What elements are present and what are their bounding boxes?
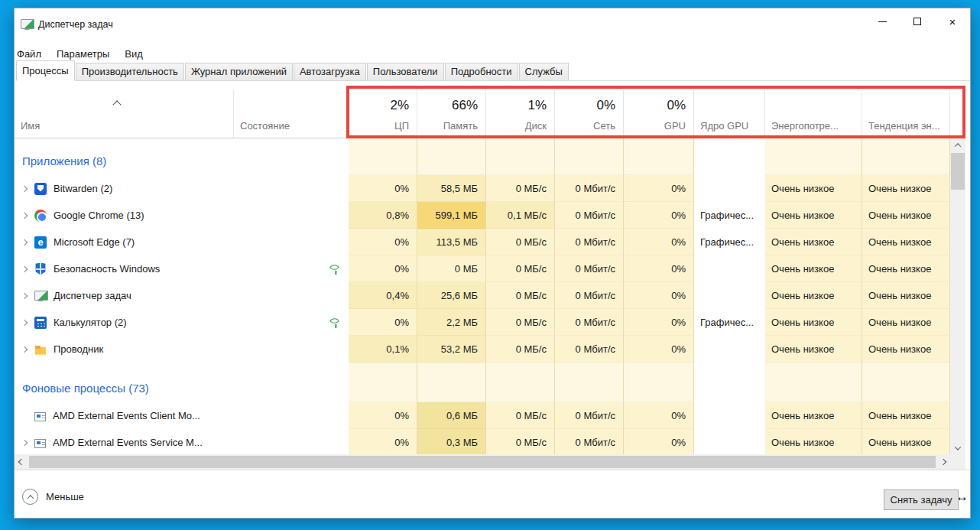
- column-header-cpu[interactable]: 2% ЦП: [349, 90, 417, 138]
- scroll-right-button[interactable]: [936, 454, 950, 470]
- memory-cell: 599,1 МБ: [417, 202, 486, 229]
- gpu-engine-cell: [694, 336, 765, 363]
- process-row[interactable]: eMicrosoft Edge (7)0%113,5 МБ0 МБ/с0 Мби…: [15, 229, 950, 255]
- name-cell: Диспетчер задач: [15, 282, 234, 309]
- power-usage-cell: Очень низкое: [765, 336, 862, 363]
- cpu-cell: 0%: [349, 175, 417, 202]
- process-name: Microsoft Edge (7): [54, 236, 135, 248]
- close-button[interactable]: ×: [935, 8, 970, 34]
- cpu-cell: 0%: [349, 309, 417, 336]
- minimize-button[interactable]: [865, 8, 900, 34]
- gpu-engine-cell: [694, 402, 765, 429]
- tab-item[interactable]: Службы: [519, 63, 569, 80]
- memory-cell: 58,5 МБ: [417, 175, 486, 202]
- power-usage-cell: Очень низкое: [765, 255, 862, 282]
- cpu-cell: 0%: [349, 402, 417, 429]
- rows-container: Приложения (8)Bitwarden (2)0%58,5 МБ0 МБ…: [15, 138, 950, 454]
- maximize-button[interactable]: [900, 8, 935, 34]
- chevron-right-icon: [940, 459, 946, 465]
- scroll-left-button[interactable]: [15, 454, 28, 470]
- network-cell: 0 Мбит/с: [555, 255, 624, 282]
- expander-chevron-icon[interactable]: [15, 267, 34, 272]
- column-label: Имя: [21, 120, 40, 132]
- gpu-cell: 0%: [624, 229, 694, 255]
- gpu-cell: 0%: [624, 336, 694, 363]
- status-cell: [234, 202, 349, 229]
- column-header-network[interactable]: 0% Сеть: [555, 90, 624, 138]
- power-trend-cell: Очень низкое: [862, 229, 950, 255]
- tab-item[interactable]: Журнал приложений: [185, 63, 293, 80]
- network-cell: 0 Мбит/с: [555, 309, 624, 336]
- scroll-down-button[interactable]: [950, 441, 965, 454]
- cpu-cell: 0,8%: [349, 202, 417, 229]
- tab-item[interactable]: Автозагрузка: [294, 63, 366, 80]
- status-cell: [234, 429, 349, 454]
- power-trend-cell: Очень низкое: [862, 402, 950, 429]
- eco-leaf-icon: [329, 262, 339, 272]
- fewer-details-toggle[interactable]: Меньше: [22, 489, 84, 505]
- cpu-cell: 0%: [349, 429, 417, 454]
- expander-chevron-icon[interactable]: [15, 213, 34, 218]
- group-row[interactable]: Фоновые процессы (73): [15, 363, 950, 402]
- column-header-disk[interactable]: 1% Диск: [486, 90, 555, 138]
- taskmgr-icon: [34, 290, 47, 302]
- power-usage-cell: Очень низкое: [765, 175, 862, 202]
- tab-item[interactable]: Пользователи: [367, 63, 444, 80]
- end-task-button[interactable]: Снять задачу: [884, 489, 959, 510]
- memory-cell: 0,6 МБ: [417, 402, 486, 429]
- expander-chevron-icon[interactable]: [15, 294, 34, 298]
- name-cell: AMD External Events Client Mo...: [15, 402, 234, 429]
- expander-chevron-icon[interactable]: [15, 240, 34, 245]
- column-header-power[interactable]: Энергопотре...: [765, 90, 862, 138]
- column-header-name[interactable]: Имя: [15, 90, 234, 138]
- cpu-cell: 0,4%: [349, 282, 417, 309]
- process-row[interactable]: AMD External Events Service M...0%0,3 МБ…: [15, 429, 950, 454]
- process-row[interactable]: Диспетчер задач0,4%25,6 МБ0 МБ/с0 Мбит/с…: [15, 282, 950, 309]
- vertical-scrollbar-thumb[interactable]: [951, 153, 965, 190]
- column-label: Тенденция эн...: [868, 120, 940, 132]
- horizontal-scrollbar-thumb[interactable]: [29, 456, 936, 468]
- process-name: AMD External Events Service M...: [53, 437, 203, 448]
- column-header-gpu-engine[interactable]: Ядро GPU: [694, 90, 765, 138]
- expander-chevron-icon[interactable]: [15, 187, 34, 191]
- resize-cursor-pointer: ↔: [956, 489, 969, 505]
- name-cell: Bitwarden (2): [15, 175, 234, 202]
- power-usage-cell: Очень низкое: [765, 229, 862, 255]
- menu-item[interactable]: Файл: [16, 47, 42, 61]
- horizontal-scrollbar[interactable]: [15, 454, 950, 470]
- calc-icon: [34, 317, 47, 329]
- tab-item[interactable]: Подробности: [445, 63, 518, 80]
- process-row[interactable]: Калькулятор (2)0%2,2 МБ0 МБ/с0 Мбит/с0%Г…: [15, 309, 950, 336]
- network-total: 0%: [596, 98, 615, 113]
- chevron-left-icon: [18, 459, 24, 465]
- tab-active[interactable]: Процессы: [16, 60, 75, 81]
- memory-cell: 113,5 МБ: [417, 229, 486, 255]
- process-row[interactable]: Проводник0,1%53,2 МБ0 МБ/с0 Мбит/с0%Очен…: [15, 336, 950, 363]
- gpu-engine-cell: Графичес...: [694, 309, 765, 336]
- column-label: Ядро GPU: [700, 120, 748, 132]
- expander-chevron-icon[interactable]: [15, 441, 34, 445]
- menu-item[interactable]: Параметры: [56, 47, 110, 61]
- process-row[interactable]: Bitwarden (2)0%58,5 МБ0 МБ/с0 Мбит/с0%Оч…: [15, 175, 950, 202]
- scroll-up-button[interactable]: [950, 138, 965, 151]
- expander-chevron-icon[interactable]: [15, 347, 34, 352]
- column-header-power-trend[interactable]: Тенденция эн...: [862, 90, 950, 138]
- power-trend-cell: Очень низкое: [862, 202, 950, 229]
- group-row[interactable]: Приложения (8): [15, 138, 950, 175]
- column-header-memory[interactable]: 66% Память: [417, 90, 486, 138]
- expander-chevron-icon[interactable]: [15, 320, 34, 325]
- process-row[interactable]: Google Chrome (13)0,8%599,1 МБ0,1 МБ/с0 …: [15, 202, 950, 229]
- vertical-scrollbar[interactable]: [950, 138, 965, 454]
- appwindow-icon: [34, 412, 46, 421]
- tab-item[interactable]: Производительность: [76, 63, 184, 80]
- disk-cell: 0 МБ/с: [486, 175, 555, 202]
- footer-bar: Меньше Снять задачу: [15, 470, 970, 518]
- column-header-gpu[interactable]: 0% GPU: [624, 90, 694, 138]
- cpu-cell: 0,1%: [349, 336, 417, 363]
- column-header-status[interactable]: Состояние: [234, 90, 349, 138]
- gpu-engine-cell: [694, 255, 765, 282]
- process-row[interactable]: Безопасность Windows0%0 МБ0 МБ/с0 Мбит/с…: [15, 255, 950, 282]
- process-name: Безопасность Windows: [54, 263, 160, 275]
- menu-item[interactable]: Вид: [124, 47, 144, 61]
- process-row[interactable]: AMD External Events Client Mo...0%0,6 МБ…: [15, 402, 950, 429]
